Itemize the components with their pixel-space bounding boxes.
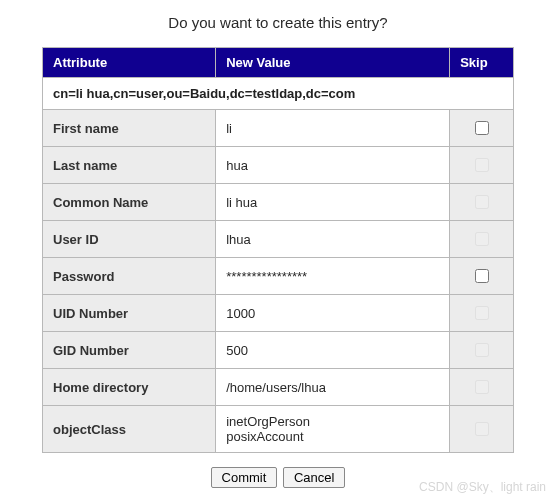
cancel-button[interactable]: Cancel: [283, 467, 345, 488]
table-row: Common Nameli hua: [43, 184, 514, 221]
attr-cell: Common Name: [43, 184, 216, 221]
skip-cell: [450, 258, 514, 295]
skip-checkbox: [475, 422, 489, 436]
skip-cell: [450, 295, 514, 332]
skip-checkbox: [475, 343, 489, 357]
skip-cell: [450, 110, 514, 147]
attr-cell: Home directory: [43, 369, 216, 406]
attr-cell: First name: [43, 110, 216, 147]
skip-cell: [450, 147, 514, 184]
table-row: UID Number1000: [43, 295, 514, 332]
skip-cell: [450, 184, 514, 221]
value-cell: hua: [216, 147, 450, 184]
skip-cell: [450, 221, 514, 258]
commit-button[interactable]: Commit: [211, 467, 278, 488]
table-row: Last namehua: [43, 147, 514, 184]
table-row: GID Number500: [43, 332, 514, 369]
table-row: Password****************: [43, 258, 514, 295]
attr-cell: User ID: [43, 221, 216, 258]
skip-checkbox: [475, 232, 489, 246]
skip-checkbox: [475, 195, 489, 209]
skip-cell: [450, 369, 514, 406]
attr-cell: GID Number: [43, 332, 216, 369]
value-cell: inetOrgPerson posixAccount: [216, 406, 450, 453]
value-cell: li hua: [216, 184, 450, 221]
entry-dn: cn=li hua,cn=user,ou=Baidu,dc=testldap,d…: [43, 78, 514, 110]
button-row: Commit Cancel: [0, 467, 556, 488]
page-title: Do you want to create this entry?: [0, 14, 556, 31]
entry-table: Attribute New Value Skip cn=li hua,cn=us…: [42, 47, 514, 453]
skip-cell: [450, 406, 514, 453]
value-cell: ****************: [216, 258, 450, 295]
col-new-value: New Value: [216, 48, 450, 78]
col-skip: Skip: [450, 48, 514, 78]
table-row: Home directory/home/users/lhua: [43, 369, 514, 406]
skip-checkbox[interactable]: [475, 121, 489, 135]
value-cell: 1000: [216, 295, 450, 332]
table-row: First nameli: [43, 110, 514, 147]
value-cell: 500: [216, 332, 450, 369]
table-row: objectClassinetOrgPerson posixAccount: [43, 406, 514, 453]
col-attribute: Attribute: [43, 48, 216, 78]
attr-cell: UID Number: [43, 295, 216, 332]
attr-cell: Last name: [43, 147, 216, 184]
value-cell: /home/users/lhua: [216, 369, 450, 406]
attr-cell: objectClass: [43, 406, 216, 453]
skip-cell: [450, 332, 514, 369]
value-cell: lhua: [216, 221, 450, 258]
skip-checkbox: [475, 380, 489, 394]
table-row: User IDlhua: [43, 221, 514, 258]
value-cell: li: [216, 110, 450, 147]
attr-cell: Password: [43, 258, 216, 295]
skip-checkbox: [475, 158, 489, 172]
skip-checkbox: [475, 306, 489, 320]
skip-checkbox[interactable]: [475, 269, 489, 283]
